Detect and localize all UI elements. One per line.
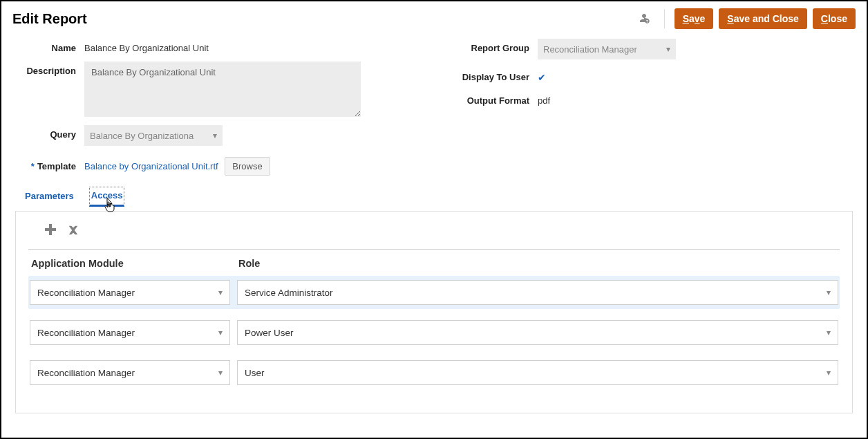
role-select-value: Power User xyxy=(245,328,294,338)
role-select-value: User xyxy=(245,368,265,378)
module-select-value: Reconciliation Manager xyxy=(37,368,135,378)
role-select[interactable]: Service Administrator ▾ xyxy=(237,280,838,305)
module-select-value: Reconciliation Manager xyxy=(37,328,135,338)
query-label: Query xyxy=(15,125,84,140)
close-button[interactable]: Close xyxy=(813,8,856,29)
tab-parameters[interactable]: Parameters xyxy=(23,188,75,205)
output-format-value: pdf xyxy=(538,91,853,106)
chevron-down-icon: ▾ xyxy=(213,131,217,140)
report-group-value: Reconciliation Manager xyxy=(543,44,637,55)
delete-row-button[interactable] xyxy=(67,223,79,241)
chevron-down-icon: ▾ xyxy=(827,288,831,297)
query-select[interactable]: Balance By Organizationa ▾ xyxy=(84,125,223,146)
module-select[interactable]: Reconciliation Manager ▾ xyxy=(30,360,230,385)
access-panel: Application Module Role Reconciliation M… xyxy=(15,211,853,413)
checkmark-icon: ✔ xyxy=(538,72,546,83)
separator xyxy=(664,9,665,28)
table-row[interactable]: Reconciliation Manager ▾ User ▾ xyxy=(28,356,840,389)
save-button[interactable]: Save xyxy=(674,8,714,29)
chevron-down-icon: ▾ xyxy=(666,44,670,54)
module-select-value: Reconciliation Manager xyxy=(37,288,135,298)
chevron-down-icon: ▾ xyxy=(218,288,223,297)
chevron-down-icon: ▾ xyxy=(218,328,223,337)
browse-button[interactable]: Browse xyxy=(225,157,270,176)
chevron-down-icon: ▾ xyxy=(827,328,831,337)
page-title: Edit Report xyxy=(12,11,638,27)
module-select[interactable]: Reconciliation Manager ▾ xyxy=(30,280,230,305)
column-header-module: Application Module xyxy=(31,258,238,269)
template-file-link[interactable]: Balance by Organizational Unit.rtf xyxy=(84,161,218,171)
table-row[interactable]: Reconciliation Manager ▾ Power User ▾ xyxy=(28,316,840,349)
report-group-select[interactable]: Reconciliation Manager ▾ xyxy=(538,39,676,59)
column-header-role: Role xyxy=(238,258,840,269)
name-value: Balance By Organizational Unit xyxy=(84,39,420,53)
divider xyxy=(28,249,840,250)
template-label-wrap: *Template xyxy=(15,158,84,171)
table-row[interactable]: Reconciliation Manager ▾ Service Adminis… xyxy=(28,276,840,309)
role-select-value: Service Administrator xyxy=(245,288,333,298)
role-select[interactable]: Power User ▾ xyxy=(237,320,838,345)
required-star-icon: * xyxy=(31,161,35,171)
description-input[interactable] xyxy=(84,62,361,117)
name-label: Name xyxy=(15,39,84,53)
user-info-icon: ? xyxy=(638,12,650,26)
report-group-label: Report Group xyxy=(448,39,538,53)
module-select[interactable]: Reconciliation Manager ▾ xyxy=(30,320,230,345)
chevron-down-icon: ▾ xyxy=(218,368,223,377)
tab-access[interactable]: Access xyxy=(89,187,125,207)
role-select[interactable]: User ▾ xyxy=(237,360,838,385)
output-format-label: Output Format xyxy=(448,91,538,106)
description-label: Description xyxy=(15,62,84,76)
svg-text:?: ? xyxy=(646,19,648,23)
add-row-button[interactable] xyxy=(44,223,57,241)
query-select-value: Balance By Organizationa xyxy=(90,131,197,141)
display-to-user-label: Display To User xyxy=(448,68,538,82)
chevron-down-icon: ▾ xyxy=(827,368,831,377)
template-label: Template xyxy=(37,161,76,171)
save-and-close-button[interactable]: Save and Close xyxy=(719,8,807,29)
